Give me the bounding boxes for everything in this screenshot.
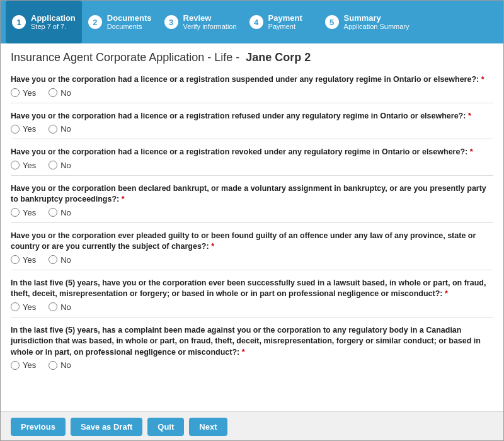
yes-radio-6[interactable] bbox=[11, 302, 20, 311]
divider-5 bbox=[11, 270, 493, 270]
quit-button[interactable]: Quit bbox=[147, 418, 184, 436]
question-block-6: In the last five (5) years, have you or … bbox=[11, 278, 493, 318]
yes-radio-3[interactable] bbox=[11, 161, 20, 169]
progress-step-3[interactable]: 3 Review Verify information bbox=[158, 1, 243, 43]
progress-step-5[interactable]: 5 Summary Application Summary bbox=[319, 1, 416, 43]
question-text-7: In the last five (5) years, has a compla… bbox=[11, 325, 493, 358]
divider-4 bbox=[11, 222, 493, 223]
divider-3 bbox=[11, 175, 493, 176]
progress-step-1[interactable]: 1 Application Step 7 of 7. bbox=[6, 1, 82, 43]
progress-step-2[interactable]: 2 Documents Documents bbox=[82, 1, 158, 43]
radio-group-6: Yes No bbox=[11, 302, 493, 312]
radio-group-4: Yes No bbox=[11, 208, 493, 217]
no-option-6[interactable]: No bbox=[49, 302, 71, 312]
yes-option-2[interactable]: Yes bbox=[11, 124, 36, 134]
divider-1 bbox=[11, 103, 493, 103]
yes-radio-4[interactable] bbox=[11, 208, 20, 217]
step-number-2: 2 bbox=[88, 15, 102, 29]
question-text-5: Have you or the corporation ever pleaded… bbox=[11, 231, 493, 253]
step-number-3: 3 bbox=[164, 15, 178, 29]
progress-step-4[interactable]: 4 Payment Payment bbox=[243, 1, 319, 43]
step-sub-3: Verify information bbox=[183, 23, 237, 31]
question-block-5: Have you or the corporation ever pleaded… bbox=[11, 231, 493, 270]
required-marker: * bbox=[470, 147, 473, 156]
divider-6 bbox=[11, 317, 493, 318]
question-block-3: Have you or the corporation had a licenc… bbox=[11, 147, 493, 176]
footer: Previous Save as Draft Quit Next bbox=[1, 411, 503, 441]
divider-2 bbox=[11, 139, 493, 139]
yes-radio-2[interactable] bbox=[11, 125, 20, 134]
radio-group-5: Yes No bbox=[11, 255, 493, 265]
required-marker: * bbox=[211, 242, 214, 251]
question-block-1: Have you or the corporation had a licenc… bbox=[11, 74, 493, 103]
question-text-2: Have you or the corporation had a licenc… bbox=[11, 111, 493, 122]
no-radio-3[interactable] bbox=[49, 161, 57, 169]
no-option-3[interactable]: No bbox=[49, 161, 71, 170]
required-marker: * bbox=[242, 348, 245, 357]
radio-group-7: Yes No bbox=[11, 360, 493, 370]
no-radio-7[interactable] bbox=[49, 361, 57, 370]
no-option-1[interactable]: No bbox=[49, 88, 71, 98]
question-text-1: Have you or the corporation had a licenc… bbox=[11, 74, 493, 86]
required-marker: * bbox=[122, 195, 125, 203]
yes-option-1[interactable]: Yes bbox=[11, 88, 36, 98]
yes-radio-5[interactable] bbox=[11, 255, 20, 264]
questions-container: Have you or the corporation had a licenc… bbox=[11, 74, 493, 370]
no-radio-4[interactable] bbox=[49, 208, 57, 217]
step-sub-5: Application Summary bbox=[344, 23, 410, 31]
step-sub-1: Step 7 of 7. bbox=[31, 23, 76, 31]
step-title-2: Documents bbox=[107, 13, 152, 23]
no-option-2[interactable]: No bbox=[49, 124, 71, 134]
step-sub-4: Payment bbox=[268, 23, 302, 31]
radio-group-2: Yes No bbox=[11, 124, 493, 134]
no-option-4[interactable]: No bbox=[49, 208, 71, 217]
step-title-4: Payment bbox=[268, 13, 302, 23]
no-option-5[interactable]: No bbox=[49, 255, 71, 265]
yes-radio-7[interactable] bbox=[11, 361, 20, 370]
previous-button[interactable]: Previous bbox=[11, 418, 66, 436]
page-title: Insurance Agent Corporate Application - … bbox=[11, 51, 493, 64]
required-marker: * bbox=[468, 112, 471, 120]
step-title-3: Review bbox=[183, 13, 237, 23]
radio-group-3: Yes No bbox=[11, 161, 493, 170]
required-marker: * bbox=[481, 75, 484, 84]
question-text-6: In the last five (5) years, have you or … bbox=[11, 278, 493, 300]
company-name: Jane Corp 2 bbox=[246, 51, 311, 64]
no-radio-6[interactable] bbox=[49, 302, 57, 311]
no-radio-5[interactable] bbox=[49, 255, 57, 264]
question-text-3: Have you or the corporation had a licenc… bbox=[11, 147, 493, 158]
no-radio-2[interactable] bbox=[49, 125, 57, 134]
radio-group-1: Yes No bbox=[11, 88, 493, 98]
yes-option-3[interactable]: Yes bbox=[11, 161, 36, 170]
question-block-2: Have you or the corporation had a licenc… bbox=[11, 111, 493, 140]
yes-option-5[interactable]: Yes bbox=[11, 255, 36, 265]
main-content: Insurance Agent Corporate Application - … bbox=[1, 43, 503, 411]
step-title-1: Application bbox=[31, 13, 76, 23]
question-block-4: Have you or the corporation been declare… bbox=[11, 183, 493, 223]
yes-option-7[interactable]: Yes bbox=[11, 360, 36, 370]
yes-option-6[interactable]: Yes bbox=[11, 302, 36, 312]
step-sub-2: Documents bbox=[107, 23, 152, 31]
required-marker: * bbox=[445, 289, 448, 298]
step-number-1: 1 bbox=[12, 15, 26, 29]
no-radio-1[interactable] bbox=[49, 88, 57, 97]
next-button[interactable]: Next bbox=[189, 418, 227, 436]
step-number-4: 4 bbox=[249, 15, 263, 29]
progress-bar: 1 Application Step 7 of 7. 2 Documents D… bbox=[1, 1, 503, 43]
question-block-7: In the last five (5) years, has a compla… bbox=[11, 325, 493, 370]
yes-radio-1[interactable] bbox=[11, 88, 20, 97]
save-draft-button[interactable]: Save as Draft bbox=[71, 418, 142, 436]
question-text-4: Have you or the corporation been declare… bbox=[11, 183, 493, 205]
yes-option-4[interactable]: Yes bbox=[11, 208, 36, 217]
step-title-5: Summary bbox=[344, 13, 410, 23]
no-option-7[interactable]: No bbox=[49, 360, 71, 370]
step-number-5: 5 bbox=[325, 15, 339, 29]
